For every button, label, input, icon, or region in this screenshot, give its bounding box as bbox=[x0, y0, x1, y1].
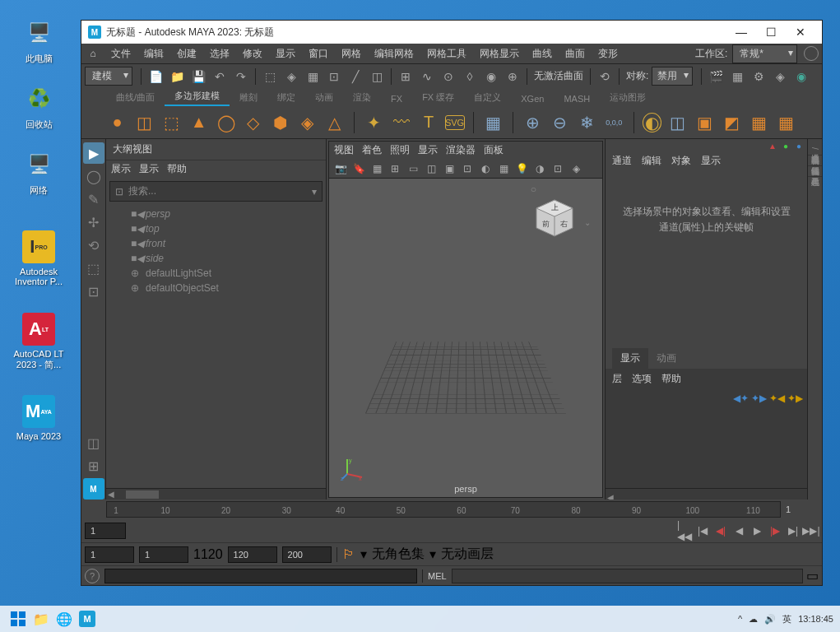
autokey-icon[interactable]: 🏳 bbox=[342, 547, 355, 562]
menu-create[interactable]: 创建 bbox=[170, 47, 203, 61]
poly-cone-icon[interactable]: ▲ bbox=[188, 111, 210, 134]
playback-prev-key-icon[interactable]: |◀ bbox=[695, 523, 710, 538]
viewcube-menu-icon[interactable]: ⌄ bbox=[584, 218, 591, 227]
desktop-icon-autocad[interactable]: ALTAutoCAD LT 2023 - 简... bbox=[10, 313, 67, 371]
tray-ime-label[interactable]: 英 bbox=[782, 613, 791, 625]
move-tool[interactable]: ✢ bbox=[83, 211, 104, 233]
channel-menu-show[interactable]: 显示 bbox=[701, 154, 721, 168]
vp-shaded-icon[interactable]: ◐ bbox=[477, 160, 494, 177]
channel-menu-edit[interactable]: 编辑 bbox=[642, 154, 661, 168]
vp-menu-shading[interactable]: 着色 bbox=[362, 143, 382, 157]
playback-reverse-icon[interactable]: ◀ bbox=[731, 523, 746, 538]
channel-menu-channels[interactable]: 通道 bbox=[612, 154, 632, 168]
taskbar-edge-icon[interactable]: 🌐 bbox=[53, 607, 76, 630]
menu-meshtools[interactable]: 网格工具 bbox=[420, 47, 473, 61]
outliner-node-objectset[interactable]: ⊕defaultObjectSet bbox=[106, 281, 326, 295]
menuset-selector[interactable]: 建模 bbox=[85, 67, 132, 86]
menu-mesh[interactable]: 网格 bbox=[335, 47, 368, 61]
range-play-end-field[interactable]: 120 bbox=[228, 546, 277, 563]
titlebar[interactable]: M 无标题 - Autodesk MAYA 2023: 无标题 — ☐ ✕ bbox=[81, 21, 822, 44]
select-face-icon[interactable]: ◫ bbox=[368, 67, 386, 86]
vp-menu-lighting[interactable]: 照明 bbox=[390, 143, 410, 157]
sidetab-channelbox[interactable]: 通道盒/层编辑器 bbox=[808, 142, 822, 156]
playback-prev-frame-icon[interactable]: ◀| bbox=[713, 523, 728, 538]
character-set-selector[interactable]: 无角色集 bbox=[372, 546, 425, 563]
vp-film-gate-icon[interactable]: ▭ bbox=[405, 160, 421, 177]
timeline-ticks[interactable]: 1 10 20 30 40 50 60 70 80 90 100 110 bbox=[106, 501, 781, 518]
snap-view-icon[interactable]: ⊕ bbox=[504, 67, 522, 86]
shelf-tab-custom[interactable]: 自定义 bbox=[464, 89, 511, 106]
outliner-node-front[interactable]: ■◀front bbox=[106, 236, 326, 251]
channel-red-icon[interactable]: ▲ bbox=[768, 141, 777, 151]
poly-type-icon[interactable]: T bbox=[417, 111, 439, 134]
desktop-icon-inventor[interactable]: IPROAutodesk Inventor P... bbox=[10, 230, 67, 286]
outliner-menu-help[interactable]: 帮助 bbox=[167, 162, 187, 176]
start-button[interactable] bbox=[7, 607, 30, 630]
paint-tool[interactable]: ✎ bbox=[83, 188, 104, 210]
shelf-tab-animation[interactable]: 动画 bbox=[305, 89, 343, 106]
animlayer-prefs-icon[interactable]: ▾ bbox=[429, 546, 436, 562]
desktop-icon-computer[interactable]: 🖥️此电脑 bbox=[10, 16, 67, 65]
bridge-icon[interactable]: ▣ bbox=[694, 111, 716, 134]
poly-spiral-icon[interactable]: 〰 bbox=[390, 111, 412, 134]
sweep-mesh-icon[interactable]: ▦ bbox=[482, 111, 504, 134]
playback-play-icon[interactable]: ▶ bbox=[750, 523, 764, 538]
viewcube-home-icon[interactable]: ○ bbox=[531, 184, 536, 195]
menu-deform[interactable]: 变形 bbox=[592, 47, 624, 61]
last-tool[interactable]: ⊡ bbox=[83, 281, 104, 302]
vp-isolate-icon[interactable]: ⊡ bbox=[550, 160, 566, 177]
extrude-icon[interactable]: ◫ bbox=[666, 111, 689, 134]
outliner-node-lightset[interactable]: ⊕defaultLightSet bbox=[106, 266, 326, 281]
redo-icon[interactable]: ↷ bbox=[232, 67, 250, 86]
script-lang-label[interactable]: MEL bbox=[428, 571, 447, 581]
hypershade-icon[interactable]: ◈ bbox=[771, 67, 789, 86]
desktop-icon-recycle[interactable]: ♻️回收站 bbox=[10, 82, 67, 131]
poly-cube-icon[interactable]: ◫ bbox=[133, 111, 155, 134]
open-scene-icon[interactable]: 📁 bbox=[168, 67, 186, 86]
vp-menu-renderer[interactable]: 渲染器 bbox=[446, 143, 476, 157]
menu-window[interactable]: 窗口 bbox=[302, 47, 335, 61]
vp-lights-icon[interactable]: 💡 bbox=[513, 160, 530, 177]
menu-meshdisplay[interactable]: 网格显示 bbox=[473, 47, 526, 61]
outliner-node-persp[interactable]: ■◀persp bbox=[106, 207, 326, 221]
vp-gate-mask-icon[interactable]: ▣ bbox=[441, 160, 457, 177]
shelf-tab-mash[interactable]: MASH bbox=[554, 91, 600, 106]
vp-bookmark-icon[interactable]: 🔖 bbox=[350, 160, 367, 177]
vp-xray-icon[interactable]: ◈ bbox=[568, 160, 584, 177]
command-input[interactable] bbox=[104, 569, 417, 583]
shelf-tab-rigging[interactable]: 绑定 bbox=[267, 89, 305, 106]
scale-tool[interactable]: ⬚ bbox=[83, 258, 104, 279]
shelf-tab-sculpt[interactable]: 雕刻 bbox=[230, 89, 267, 106]
vp-shadows-icon[interactable]: ◑ bbox=[531, 160, 548, 177]
channel-menu-object[interactable]: 对象 bbox=[671, 154, 691, 168]
vp-select-camera-icon[interactable]: 📷 bbox=[332, 160, 349, 177]
snap-curve-icon[interactable]: ∿ bbox=[418, 67, 436, 86]
outliner-node-top[interactable]: ■◀top bbox=[106, 221, 326, 236]
tray-chevron-icon[interactable]: ^ bbox=[738, 614, 742, 624]
rotate-tool[interactable]: ⟲ bbox=[83, 235, 104, 256]
single-view-icon[interactable]: ◫ bbox=[83, 432, 104, 453]
ipr-icon[interactable]: ▦ bbox=[728, 67, 746, 86]
tray-clock[interactable]: 13:18:45 bbox=[798, 614, 833, 624]
select-hierarchy-icon[interactable]: ⬚ bbox=[261, 67, 279, 86]
close-button[interactable]: ✕ bbox=[786, 21, 815, 44]
taskbar-maya-icon[interactable]: M bbox=[76, 607, 99, 630]
symmetry-selector[interactable]: 禁用 bbox=[652, 67, 693, 86]
select-object-icon[interactable]: ◈ bbox=[282, 67, 300, 86]
tray-onedrive-icon[interactable]: ☁ bbox=[749, 614, 758, 625]
snap-live-icon[interactable]: ◉ bbox=[482, 67, 500, 86]
menu-select[interactable]: 选择 bbox=[203, 47, 236, 61]
channel-scrollbar[interactable]: ◀ bbox=[606, 488, 807, 500]
new-scene-icon[interactable]: 📄 bbox=[146, 67, 165, 86]
poly-cylinder-icon[interactable]: ⬚ bbox=[160, 111, 183, 134]
bevel-icon[interactable]: ◩ bbox=[721, 111, 743, 134]
sidetab-modeling[interactable]: 建模工具包 bbox=[808, 166, 822, 177]
layer-menu-options[interactable]: 选项 bbox=[632, 372, 652, 386]
select-vertex-icon[interactable]: ⊡ bbox=[325, 67, 343, 86]
menu-edit[interactable]: 编辑 bbox=[137, 47, 170, 61]
xray-icon[interactable]: ◉ bbox=[792, 67, 810, 86]
sidetab-attribute[interactable]: 属性编辑器 bbox=[808, 156, 822, 166]
poly-disc-icon[interactable]: ⬢ bbox=[269, 111, 291, 134]
outliner-menu-show[interactable]: 展示 bbox=[111, 162, 131, 176]
render-icon[interactable]: 🎬 bbox=[707, 67, 725, 86]
